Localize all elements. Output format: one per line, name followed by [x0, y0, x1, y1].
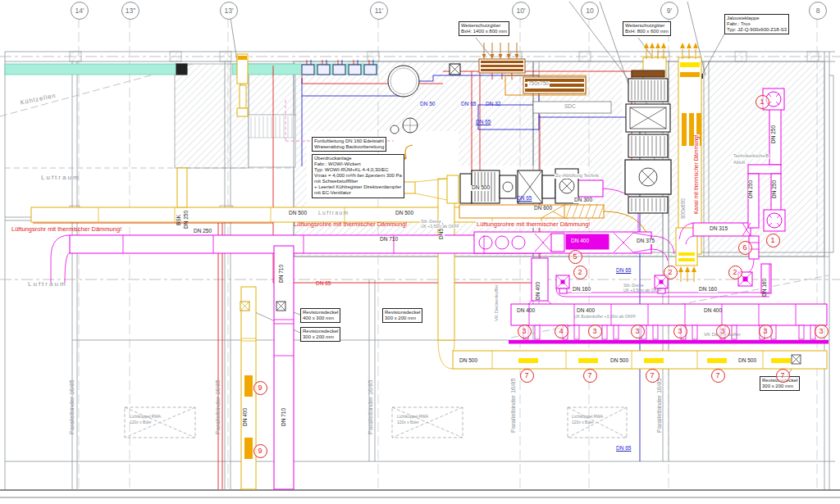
- callout-jalousieklappe: JalousieklappeFabr.: TroxTyp: JZ-Q-900x6…: [724, 14, 789, 34]
- duct-label: DN 710: [380, 237, 398, 243]
- position-number-3: 3: [631, 325, 645, 338]
- duct-label: DN 65: [476, 120, 491, 125]
- position-number-3: 3: [673, 325, 687, 338]
- callout-line: Fabr.: WOWI-Wickert: [314, 161, 402, 167]
- position-number-3: 3: [759, 325, 773, 338]
- position-number-2: 2: [664, 266, 678, 279]
- duct-label: DN 50: [420, 102, 435, 107]
- position-number-3: 3: [518, 325, 532, 338]
- duct-label: DN 600: [533, 206, 553, 211]
- duct-label: DN 500: [395, 211, 413, 216]
- grid-bubble-14: 14': [71, 2, 89, 20]
- callout-line: Vmax = 4,000 m³/h bei Δpextern 300 Pa: [314, 173, 402, 179]
- insulation-note: Lüftungsrohre mit thermischer Dämmung!: [476, 221, 591, 228]
- callout-line: Revisionsdeckel: [303, 310, 338, 316]
- duct-label: DN 65: [316, 281, 331, 287]
- callout-line: Überdruckanlage: [314, 156, 402, 161]
- duct-label: 900x600: [681, 198, 687, 220]
- duct-label: UK +3,50m ab OKFF: [420, 225, 460, 229]
- duct-label: Parallelbinder 16/85: [656, 378, 663, 433]
- position-number-6: 6: [738, 241, 752, 255]
- position-number-7: 7: [646, 369, 660, 383]
- duct-label: VK Deckenkoffer: [494, 284, 499, 321]
- callout-revisionsdeckel-3: Revisionsdeckel300 x 200 mm: [382, 308, 422, 323]
- duct-label: DN 400: [704, 308, 722, 314]
- lichtkuppel-symbols: [125, 407, 627, 438]
- duct-label: DN 400: [243, 408, 249, 426]
- duct-label: DN 500: [610, 358, 628, 364]
- duct-label: UK Bodenkoffer +3,00m ab OKFF: [574, 315, 636, 319]
- position-number-3: 3: [716, 325, 730, 338]
- duct-label: DN 65: [517, 196, 532, 202]
- callout-line: Typ: JZ-Q-900x600-Z18-S3: [727, 27, 787, 33]
- duct-label: Parallelbinder 16/85: [510, 378, 517, 433]
- duct-label: DN 65: [461, 102, 476, 107]
- duct-label: Abluft: [733, 161, 746, 166]
- hvac-floor-plan: DN 500LuftraumDN 500DN 710DN 65DN 250BSK…: [0, 0, 840, 504]
- duct-label: DN 375: [636, 238, 655, 244]
- duct-label: DN 160: [572, 287, 591, 293]
- duct-label: 120x x Bder: [397, 420, 419, 425]
- duct-label: DN 32: [486, 102, 500, 107]
- duct-label: Zu-/Ablüftung Technik: [555, 174, 600, 179]
- duct-label: DN 500: [459, 358, 477, 364]
- duct-label: DN 160: [698, 287, 718, 293]
- callout-line: Wetterschutzgitter: [625, 23, 669, 29]
- position-number-7: 7: [711, 369, 725, 383]
- duct-label: BSK: [176, 215, 182, 225]
- duct-label: Parallelbinder 16/85: [69, 379, 75, 434]
- duct-label: DN 710: [279, 265, 285, 283]
- duct-label: 120x x Bder: [130, 420, 152, 425]
- duct-label: 750x750: [527, 81, 550, 87]
- grid-bubble-10: 10': [512, 2, 530, 20]
- duct-label: Luftraum: [41, 175, 80, 181]
- duct-label: Lichtkuppel RWA: [397, 415, 428, 419]
- callout-line: Typ: WOWI-RÜM+KL 4-4,0,30/EC: [314, 167, 402, 173]
- duct-label: Lichtkuppel RWA: [130, 415, 161, 419]
- duct-label: DN 500: [738, 358, 756, 364]
- duct-label: Lichtkuppel RWA: [572, 415, 603, 419]
- duct-label: DN 65: [616, 268, 631, 274]
- duct-label: DN 315: [709, 226, 728, 232]
- callout-wetterschutzgitter-1: WetterschutzgitterBxH: 1400 x 800 mm: [459, 21, 509, 36]
- duct-label: DN 250: [184, 211, 189, 229]
- callout-revisionsdeckel-1: Revisionsdeckel400 x 300 mm: [300, 308, 340, 323]
- duct-label: UK +3,50m ab OKFF: [623, 288, 662, 293]
- duct-label: DN 400: [577, 308, 595, 314]
- callout-line: + Leerteil Kühlregister Direktverdampfer: [314, 184, 402, 190]
- position-number-1: 1: [756, 95, 769, 109]
- duct-label: DN 710: [281, 408, 287, 426]
- duct-label: Parallelbinder 16/85: [368, 379, 374, 434]
- duct-label: DN 250: [194, 229, 212, 234]
- position-number-2: 2: [728, 266, 742, 279]
- callout-revisionsdeckel-2: Revisionsdeckel300 x 200 mm: [300, 327, 340, 342]
- grid-bubble-13: 13': [220, 2, 238, 20]
- callout-line: Revisionsdeckel: [303, 329, 338, 334]
- callout-line: 300 x 200 mm: [385, 316, 420, 321]
- drawing-canvas: [0, 0, 840, 504]
- callout-line: mit Schwebstofffilter: [314, 179, 402, 184]
- position-number-7: 7: [583, 369, 597, 383]
- insulation-note: Kanal mit thermischer Dämmung!: [694, 134, 700, 215]
- duct-label: DN 400: [517, 308, 535, 314]
- position-number-9: 9: [253, 381, 267, 395]
- grid-bubble-9: 9': [660, 2, 678, 20]
- grid-bubble-11: 11': [370, 2, 388, 20]
- position-number-9: 9: [253, 444, 267, 458]
- position-number-3: 3: [588, 325, 602, 338]
- duct-label: Parallelbinder 16/85: [215, 379, 221, 434]
- callout-line: BxH: 800 x 600 mm: [625, 29, 669, 34]
- duct-label: DN 160: [762, 279, 768, 297]
- callout-line: Jalousieklappe: [727, 16, 787, 21]
- position-number-2: 2: [573, 266, 587, 279]
- insulation-note: Lüftungsrohre mit thermischer Dämmung!: [294, 221, 407, 228]
- callout-line: 400 x 300 mm: [303, 316, 338, 321]
- position-number-7: 7: [776, 369, 790, 383]
- grid-bubble-10: 10: [581, 2, 599, 20]
- grid-bubble-13: 13": [121, 2, 139, 20]
- position-number-3: 3: [815, 325, 829, 338]
- duct-label: DN 250: [772, 179, 778, 199]
- grid-bubble-8: 8: [809, 2, 827, 20]
- callout-line: Wrasenabzug Backvorbereitung: [314, 144, 384, 150]
- callout-line: mit EC-Ventilator: [314, 190, 402, 196]
